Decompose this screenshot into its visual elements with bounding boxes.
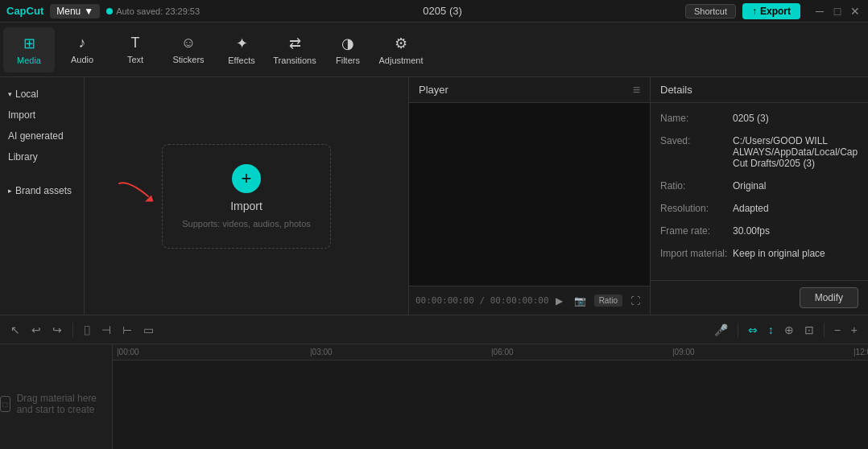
minimize-button[interactable]: ─ [813, 5, 826, 18]
sidebar-item-ai-generated[interactable]: AI generated [0, 126, 84, 146]
toolbar-separator-2 [738, 323, 738, 337]
titlebar-left: CapCut Menu ▼ Auto saved: 23:29:53 [6, 4, 200, 19]
detail-val-ratio: Original [733, 180, 858, 192]
export-button[interactable]: ↑ Export [742, 3, 800, 19]
detail-key-import-material: Import material: [660, 248, 733, 259]
player-header: Player ≡ [409, 77, 650, 103]
toolbar-audio[interactable]: ♪ Audio [56, 27, 108, 72]
left-panel: ▾ Local Import AI generated Library ▸ Br… [0, 77, 85, 315]
filters-icon: ◑ [341, 35, 354, 52]
timeline-drag-hint: □ Drag material here and start to create [0, 344, 112, 449]
select-tool-button[interactable]: ↖ [6, 321, 24, 339]
ruler-mark-0: |00:00 [117, 348, 139, 356]
timeline-right-buttons: 🎤 ⇔ ↕ ⊕ ⊡ − + [710, 321, 862, 339]
autosave-indicator: Auto saved: 23:29:53 [106, 6, 200, 16]
detail-val-framerate: 30.00fps [733, 225, 858, 237]
mic-button[interactable]: 🎤 [710, 321, 732, 339]
play-button[interactable]: ▶ [552, 294, 566, 308]
detail-val-name: 0205 (3) [733, 113, 858, 124]
ruler-mark-3: |09:00 [672, 348, 695, 356]
media-icon: ⊞ [23, 35, 35, 52]
delete-button[interactable]: ▭ [139, 321, 158, 339]
player-controls: 00:00:00:00 / 00:00:00:00 ▶ 📷 Ratio ⛶ [409, 286, 650, 315]
details-body: Name: 0205 (3) Saved: C:/Users/GOOD WILL… [651, 103, 868, 280]
timeline-ruler-and-tracks: |00:00 |03:00 |06:00 |09:00 |12:00 [113, 344, 868, 449]
brand-assets-header[interactable]: ▸ Brand assets [0, 180, 84, 201]
import-label: Import [230, 200, 262, 212]
window-controls: ─ □ ✕ [813, 5, 862, 18]
toolbar-text[interactable]: T Text [110, 27, 161, 72]
toolbar-separator-3 [824, 323, 825, 337]
player-area [409, 103, 650, 286]
brand-assets-chevron: ▸ [8, 187, 12, 195]
toolbar-effects[interactable]: ✦ Effects [216, 27, 267, 72]
link-button[interactable]: ⇔ [744, 321, 762, 339]
ruler-mark-1: |03:00 [310, 348, 333, 356]
split-button[interactable]: ⌷ [80, 321, 94, 339]
trim-right-button[interactable]: ⊢ [118, 321, 136, 339]
toolbar-stickers[interactable]: ☺ Stickers [163, 27, 214, 72]
timeline-tracks [113, 360, 868, 449]
toolbar-separator-1 [72, 323, 73, 337]
brand-assets-label: Brand assets [15, 185, 72, 196]
zoom-out-button[interactable]: − [830, 321, 845, 339]
detail-key-ratio: Ratio: [660, 180, 733, 192]
import-drop-zone[interactable]: + Import Supports: videos, audios, photo… [162, 144, 331, 249]
titlebar-right: Shortcut ↑ Export ─ □ ✕ [685, 3, 862, 19]
close-button[interactable]: ✕ [849, 5, 862, 18]
toolbar-transitions[interactable]: ⇄ Transitions [269, 27, 320, 72]
sidebar-item-import[interactable]: Import [0, 105, 84, 126]
timeline-ruler: |00:00 |03:00 |06:00 |09:00 |12:00 [113, 344, 868, 360]
text-icon: T [131, 35, 140, 51]
player-time: 00:00:00:00 / 00:00:00:00 [415, 295, 549, 306]
shortcut-button[interactable]: Shortcut [685, 4, 736, 19]
detail-row-ratio: Ratio: Original [660, 180, 858, 192]
player-panel: Player ≡ 00:00:00:00 / 00:00:00:00 ▶ 📷 R… [409, 77, 651, 315]
detail-val-import-material: Keep in original place [733, 248, 858, 259]
detail-val-saved: C:/Users/GOOD WILL ALWAYS/AppData/Local/… [733, 135, 858, 169]
local-section-header[interactable]: ▾ Local [0, 84, 84, 105]
stickers-icon: ☺ [181, 35, 196, 51]
timeline-toolbar: ↖ ↩ ↪ ⌷ ⊣ ⊢ ▭ 🎤 ⇔ ↕ ⊕ ⊡ − + [0, 315, 868, 344]
zoom-in-button[interactable]: + [847, 321, 862, 339]
adjustment-icon: ⚙ [395, 35, 407, 52]
redo-button[interactable]: ↪ [48, 321, 66, 339]
detail-key-name: Name: [660, 113, 733, 124]
local-chevron: ▾ [8, 90, 12, 98]
undo-button[interactable]: ↩ [27, 321, 45, 339]
import-arrow [114, 177, 163, 212]
player-menu-icon[interactable]: ≡ [633, 83, 640, 97]
magnet-button[interactable]: ⊕ [780, 321, 798, 339]
drag-icon: □ [0, 396, 10, 412]
player-ctrl-buttons: ▶ 📷 Ratio ⛶ [552, 294, 643, 308]
effects-icon: ✦ [236, 35, 248, 52]
import-sublabel: Supports: videos, audios, photos [182, 219, 311, 229]
modify-button[interactable]: Modify [800, 287, 858, 308]
timeline-track-area: □ Drag material here and start to create… [0, 344, 868, 449]
toolbar-filters[interactable]: ◑ Filters [322, 27, 374, 72]
fullscreen-button[interactable]: ⛶ [627, 294, 643, 308]
detail-key-framerate: Frame rate: [660, 225, 733, 237]
ratio-button[interactable]: Ratio [594, 295, 622, 307]
toolbar-media[interactable]: ⊞ Media [3, 27, 55, 72]
trim-left-button[interactable]: ⊣ [97, 321, 115, 339]
screenshot-button[interactable]: ⊡ [800, 321, 818, 339]
camera-button[interactable]: 📷 [571, 294, 589, 308]
details-title: Details [660, 84, 692, 96]
autosave-dot [106, 8, 113, 14]
toolbar-adjustment[interactable]: ⚙ Adjustment [375, 27, 427, 72]
app-logo: CapCut [6, 5, 43, 17]
timeline-area: ↖ ↩ ↪ ⌷ ⊣ ⊢ ▭ 🎤 ⇔ ↕ ⊕ ⊡ − + □ Drag mater… [0, 315, 868, 449]
menu-button[interactable]: Menu ▼ [50, 4, 100, 19]
ruler-mark-2: |06:00 [491, 348, 514, 356]
import-plus-icon: + [232, 164, 261, 193]
sidebar-item-library[interactable]: Library [0, 146, 84, 167]
detail-val-resolution: Adapted [733, 203, 858, 214]
maximize-button[interactable]: □ [831, 5, 844, 18]
sync-button[interactable]: ↕ [764, 321, 778, 339]
details-panel: Details Name: 0205 (3) Saved: C:/Users/G… [651, 77, 868, 315]
detail-row-resolution: Resolution: Adapted [660, 203, 858, 214]
transitions-icon: ⇄ [289, 35, 301, 52]
detail-row-import-material: Import material: Keep in original place [660, 248, 858, 259]
detail-row-name: Name: 0205 (3) [660, 113, 858, 124]
